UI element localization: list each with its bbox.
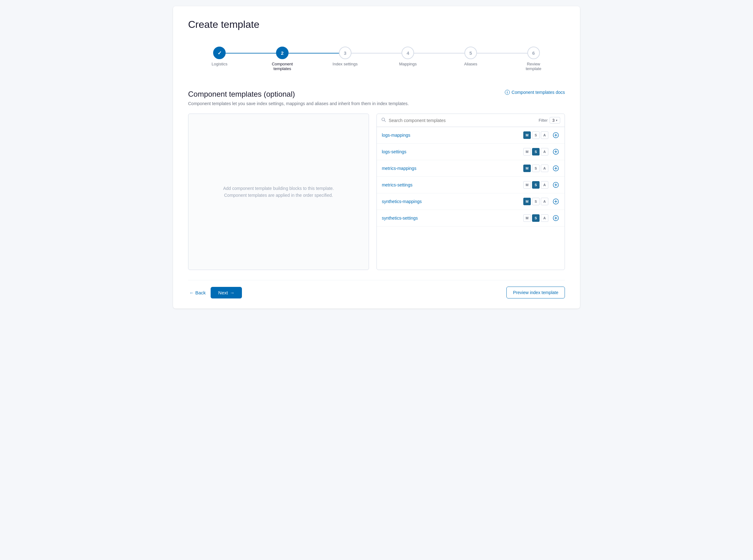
step-logistics: ✓ Logistics [188, 47, 251, 66]
page-container: Create template ✓ Logistics 2 Component … [173, 6, 580, 308]
template-name[interactable]: synthetics-settings [382, 216, 523, 221]
step-number-4: 4 [407, 51, 409, 56]
search-icon [381, 117, 386, 124]
step-aliases: 5 Aliases [439, 47, 502, 66]
template-name[interactable]: logs-mappings [382, 133, 523, 138]
badge-s: S [532, 132, 539, 139]
empty-state-line2: Component templates are applied in the o… [224, 193, 333, 198]
next-arrow-icon: → [230, 290, 234, 295]
step-label-index-settings: Index settings [333, 62, 358, 66]
badge-s: S [532, 181, 539, 189]
docs-link-label: Component templates docs [512, 90, 565, 95]
badge-a: A [541, 181, 548, 189]
badge-group: MSA [523, 214, 548, 222]
content-area: Add component template building blocks t… [188, 114, 565, 270]
step-number-2: 2 [281, 51, 283, 56]
filter-area: Filter 3 ▾ [539, 117, 560, 124]
badge-m: M [523, 181, 531, 189]
svg-line-1 [384, 120, 385, 122]
list-item: synthetics-mappingsMSA [377, 193, 564, 210]
empty-state: Add component template building blocks t… [211, 173, 346, 212]
next-label: Next [218, 290, 228, 295]
footer: ← Back Next → Preview index template [188, 280, 565, 298]
section-header: Component templates (optional) i Compone… [188, 90, 565, 99]
badge-group: MSA [523, 132, 548, 139]
search-input[interactable] [389, 118, 536, 123]
filter-count-value: 3 [552, 118, 555, 123]
step-circle-2: 2 [276, 47, 289, 59]
badge-m: M [523, 148, 531, 156]
step-circle-1: ✓ [213, 47, 226, 59]
page-title: Create template [188, 19, 565, 31]
badge-s: S [532, 148, 539, 156]
step-circle-5: 5 [464, 47, 477, 59]
badge-m: M [523, 164, 531, 172]
filter-label: Filter [539, 118, 548, 123]
step-label-mappings: Mappings [399, 62, 417, 66]
back-button[interactable]: ← Back [188, 287, 207, 298]
add-template-button[interactable] [552, 198, 560, 205]
step-mappings: 4 Mappings [376, 47, 439, 66]
preview-label: Preview index template [513, 290, 558, 295]
template-name[interactable]: metrics-mappings [382, 166, 523, 171]
add-template-button[interactable] [552, 148, 560, 156]
badge-a: A [541, 164, 548, 172]
list-item: metrics-mappingsMSA [377, 160, 564, 177]
step-circle-4: 4 [401, 47, 414, 59]
template-name[interactable]: logs-settings [382, 149, 523, 154]
step-label-aliases: Aliases [464, 62, 477, 66]
list-item: metrics-settingsMSA [377, 177, 564, 193]
badge-s: S [532, 164, 539, 172]
stepper: ✓ Logistics 2 Component templates 3 Inde… [188, 40, 565, 77]
right-panel: Filter 3 ▾ logs-mappingsMSA logs-setting… [376, 114, 565, 270]
step-number-5: 5 [470, 51, 472, 56]
badge-m: M [523, 198, 531, 205]
check-icon: ✓ [218, 50, 222, 56]
template-name[interactable]: metrics-settings [382, 182, 523, 187]
step-number-6: 6 [532, 51, 535, 56]
step-circle-6: 6 [527, 47, 540, 59]
badge-s: S [532, 214, 539, 222]
list-item: synthetics-settingsMSA [377, 210, 564, 226]
preview-index-template-button[interactable]: Preview index template [507, 286, 565, 298]
footer-left: ← Back Next → [188, 287, 242, 298]
template-list: logs-mappingsMSA logs-settingsMSA metric… [377, 127, 564, 270]
step-review-template: 6 Review template [502, 47, 565, 71]
step-index-settings: 3 Index settings [314, 47, 376, 66]
section-title: Component templates (optional) [188, 90, 295, 99]
step-label-component-templates: Component templates [268, 62, 296, 71]
step-component-templates: 2 Component templates [251, 47, 314, 71]
add-template-button[interactable] [552, 132, 560, 139]
badge-m: M [523, 132, 531, 139]
badge-a: A [541, 132, 548, 139]
next-button[interactable]: Next → [211, 287, 242, 298]
badge-m: M [523, 214, 531, 222]
badge-group: MSA [523, 198, 548, 205]
info-icon: i [505, 90, 510, 95]
step-number-3: 3 [344, 51, 346, 56]
step-circle-3: 3 [339, 47, 352, 59]
search-bar: Filter 3 ▾ [377, 114, 564, 127]
add-template-button[interactable] [552, 214, 560, 222]
step-label-review-template: Review template [519, 62, 548, 71]
badge-group: MSA [523, 148, 548, 156]
list-item: logs-mappingsMSA [377, 127, 564, 144]
template-name[interactable]: synthetics-mappings [382, 199, 523, 204]
badge-group: MSA [523, 164, 548, 172]
empty-state-line1: Add component template building blocks t… [223, 186, 334, 191]
step-label-logistics: Logistics [212, 62, 227, 66]
add-template-button[interactable] [552, 164, 560, 172]
list-item: logs-settingsMSA [377, 144, 564, 160]
badge-group: MSA [523, 181, 548, 189]
left-panel: Add component template building blocks t… [188, 114, 369, 270]
chevron-down-icon: ▾ [556, 119, 557, 122]
badge-a: A [541, 198, 548, 205]
back-label: Back [195, 290, 205, 295]
add-template-button[interactable] [552, 181, 560, 189]
back-arrow-icon: ← [189, 290, 194, 295]
section-description: Component templates let you save index s… [188, 101, 565, 106]
filter-count-button[interactable]: 3 ▾ [550, 117, 560, 124]
badge-a: A [541, 214, 548, 222]
docs-link[interactable]: i Component templates docs [505, 90, 565, 95]
badge-a: A [541, 148, 548, 156]
